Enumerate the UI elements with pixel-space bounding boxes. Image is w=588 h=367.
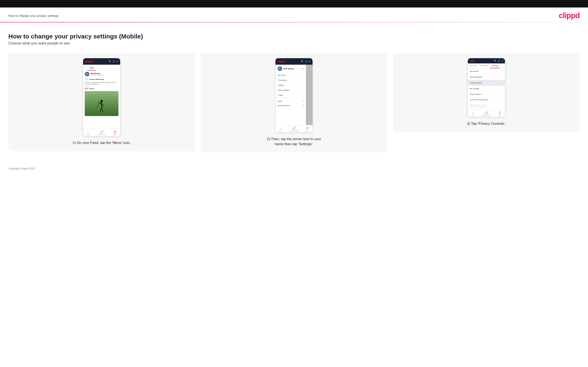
- step2-performance-icon: 📈: [292, 126, 296, 130]
- step-3-card: < Back 🔍 👤 ⚙ My Profile Connections: [393, 53, 580, 132]
- search-icon-3[interactable]: 🔍: [494, 60, 496, 62]
- duration-value: 01 hr : 30 min: [85, 88, 119, 89]
- section-home-label: Home: [277, 100, 282, 102]
- menu-item-connections[interactable]: Connections: [276, 78, 306, 83]
- tab-connections-label: Connections: [480, 65, 488, 67]
- help-support-label: Help & Support: [470, 93, 483, 95]
- settings-privacy-controls[interactable]: Privacy Controls ›: [468, 80, 505, 86]
- step3-performance-label: My Performance: [482, 115, 491, 116]
- step2-home-icon: ⌂: [280, 126, 282, 130]
- step2-nav-home[interactable]: ⌂ Home: [279, 126, 282, 131]
- svg-line-4: [100, 108, 102, 112]
- step-3-phone: < Back 🔍 👤 ⚙ My Profile Connections: [468, 58, 505, 117]
- tab-my-profile-label: My Profile: [469, 65, 476, 67]
- step2-performance-label: My Performance: [289, 130, 299, 131]
- menu-user-row: B Blair McHarg ∧: [276, 65, 306, 73]
- service-privacy-label: Service & Privacy Policy: [470, 99, 490, 101]
- step3-icons: 🔍 👤 ⚙: [494, 60, 503, 62]
- menu-item-help[interactable]: Help & Support: [276, 88, 306, 93]
- settings-service-privacy[interactable]: Service & Privacy Policy ↗: [468, 97, 505, 102]
- step1-logo: clippd: [85, 60, 93, 63]
- menu-avatar: B: [277, 66, 282, 71]
- tab-settings-label: Settings: [492, 65, 498, 67]
- menu-list: My Profile Connections Settings Help & S…: [276, 73, 306, 98]
- step1-bottom-nav: ⌂ Home 📈 My Performance ☰ Menu: [83, 129, 120, 136]
- lesson-title-row: 📋 Lesson with Fordy: [85, 78, 119, 81]
- section-performance[interactable]: My Performance ∨: [277, 103, 304, 108]
- golf-image: [85, 91, 119, 116]
- step2-phone-body: B Blair McHarg ∧ My Profile Connections: [276, 65, 312, 125]
- tab-my-profile[interactable]: My Profile: [468, 63, 478, 68]
- step3-nav-menu[interactable]: ☰ Menu: [498, 111, 502, 116]
- menu-item-settings[interactable]: Settings: [276, 83, 306, 88]
- menu-item-my-profile[interactable]: My Profile: [276, 73, 306, 78]
- nav-menu-label: Menu: [113, 134, 117, 135]
- back-button[interactable]: < Back: [469, 60, 475, 62]
- home-dropdown-icon: ∨: [303, 100, 304, 102]
- step2-app-header: clippd 🔍 👤 ⚙: [276, 58, 312, 65]
- settings-icon-2[interactable]: ⚙: [309, 60, 311, 63]
- svg-point-0: [100, 100, 103, 103]
- golfer-silhouette: [95, 99, 108, 115]
- page-heading: How to change your privacy settings (Mob…: [8, 33, 580, 40]
- feed-body: B Blair McHarg Yesterday · Sunningdale 📋…: [83, 70, 120, 129]
- menu-section: Home ∨ My Performance ∨: [276, 98, 306, 108]
- tab-connections[interactable]: Connections: [478, 63, 490, 68]
- step-2-card: clippd 🔍 👤 ⚙: [201, 53, 387, 152]
- menu-item-logout[interactable]: Logout: [276, 93, 306, 98]
- my-golf-bag-label: My Golf Bag: [470, 88, 479, 90]
- search-icon[interactable]: 🔍: [109, 60, 111, 63]
- user-icon-3[interactable]: 👤: [498, 60, 500, 62]
- performance-dropdown-icon: ∨: [303, 105, 304, 107]
- footer: Copyright Clippd 2022: [0, 161, 588, 174]
- feed-tab[interactable]: Feed: [87, 66, 96, 70]
- step2-nav-performance[interactable]: 📈 My Performance: [289, 126, 299, 131]
- step3-app-header: < Back 🔍 👤 ⚙: [468, 58, 505, 63]
- version-info: Clippd Client Version: 2022.8.3-3 GQL Se…: [468, 102, 505, 109]
- settings-tabs: My Profile Connections Settings: [468, 63, 505, 68]
- tab-settings[interactable]: Settings: [490, 63, 500, 68]
- my-profile-label: My Profile: [278, 74, 285, 76]
- search-icon-2[interactable]: 🔍: [301, 60, 303, 63]
- step-2-description: 2) Then, tap the arrow next to your name…: [265, 137, 323, 147]
- step3-nav-performance[interactable]: 📈 My Performance: [482, 111, 491, 116]
- post-meta: Yesterday · Sunningdale: [91, 75, 104, 76]
- step3-menu-label: Menu: [498, 115, 502, 116]
- menu-user-left: B Blair McHarg: [277, 66, 294, 71]
- settings-list: My Account › Data Integrations › Privacy…: [468, 68, 505, 102]
- nav-performance[interactable]: 📈 My Performance: [97, 130, 106, 135]
- nav-home[interactable]: ⌂ Home: [86, 130, 90, 135]
- user-icon[interactable]: 👤: [112, 60, 115, 63]
- feed-post-header: B Blair McHarg Yesterday · Sunningdale: [85, 72, 119, 76]
- step2-nav-menu[interactable]: ✕ Menu: [306, 126, 309, 131]
- settings-icon[interactable]: ⚙: [116, 60, 118, 63]
- step3-performance-icon: 📈: [485, 111, 488, 114]
- post-user-info: Blair McHarg Yesterday · Sunningdale: [91, 73, 104, 76]
- step-1-card: clippd 🔍 👤 ⚙ Feed B Blair: [8, 53, 195, 151]
- step1-app-header: clippd 🔍 👤 ⚙: [83, 58, 120, 65]
- post-username: Blair McHarg: [91, 73, 104, 75]
- settings-my-account[interactable]: My Account ›: [468, 68, 505, 74]
- chevron-up-icon[interactable]: ∧: [302, 67, 304, 70]
- step3-home-label: Home: [471, 115, 475, 116]
- svg-line-6: [97, 102, 99, 108]
- user-icon-2[interactable]: 👤: [305, 60, 307, 63]
- nav-menu[interactable]: ☰ Menu: [113, 130, 117, 135]
- header-divider: [0, 22, 588, 23]
- lesson-icon: 📋: [85, 78, 88, 81]
- step3-menu-icon: ☰: [499, 111, 501, 114]
- section-home[interactable]: Home ∨: [277, 99, 304, 103]
- menu-overlay: B Blair McHarg ∧ My Profile Connections: [276, 65, 306, 125]
- settings-my-golf-bag[interactable]: My Golf Bag ›: [468, 86, 505, 92]
- data-integrations-label: Data Integrations: [470, 76, 483, 78]
- step2-bottom-nav: ⌂ Home 📈 My Performance ✕ Menu: [276, 125, 312, 132]
- page-subheading: Choose what you want people to see: [8, 41, 580, 46]
- settings-help-support[interactable]: Help & Support ↗: [468, 92, 505, 97]
- settings-icon-3[interactable]: ⚙: [502, 60, 503, 62]
- main-content: How to change your privacy settings (Mob…: [0, 29, 588, 161]
- steps-container: clippd 🔍 👤 ⚙ Feed B Blair: [8, 53, 580, 152]
- settings-data-integrations[interactable]: Data Integrations ›: [468, 74, 505, 80]
- copyright-text: Copyright Clippd 2022: [8, 167, 35, 170]
- step3-nav-home[interactable]: ⌂ Home: [471, 111, 475, 116]
- duration-label: Duration: [85, 86, 119, 88]
